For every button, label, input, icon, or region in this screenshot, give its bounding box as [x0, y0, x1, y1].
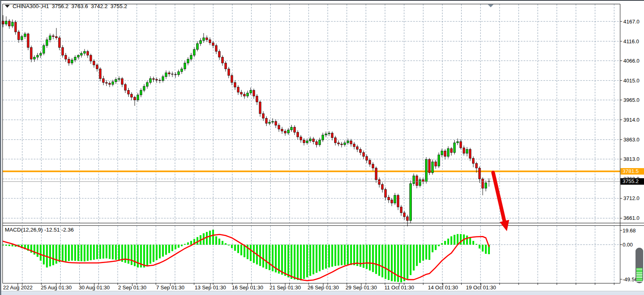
bear-candle [369, 160, 371, 164]
bear-candle [52, 36, 54, 37]
macd-histogram-bar [435, 245, 436, 250]
resistance-price-tag: 3781.5 [621, 168, 644, 175]
bull-candle [143, 86, 145, 91]
macd-histogram-bar [344, 245, 345, 265]
macd-histogram-bar [469, 238, 471, 245]
bear-candle [256, 96, 258, 102]
bull-candle [413, 176, 415, 183]
bull-candle [193, 49, 195, 55]
macd-histogram-bar [447, 238, 449, 244]
macd-histogram-bar [77, 245, 79, 261]
ohlc-header: CHINA300-,H1 3756.2 3763.6 3742.2 3755.2 [5, 3, 127, 9]
macd-histogram-bar [115, 245, 117, 260]
macd-histogram-bar [375, 245, 377, 274]
macd-histogram-bar [8, 245, 10, 246]
macd-histogram-bar [466, 236, 468, 245]
bull-candle [21, 37, 23, 40]
macd-histogram-bar [482, 245, 483, 252]
macd-histogram-bar [294, 245, 295, 280]
price-axis-label: 4167.0 [623, 19, 640, 25]
macd-histogram-bar [472, 241, 474, 244]
bear-candle [168, 73, 170, 74]
macd-histogram-bar [263, 245, 264, 268]
macd-histogram-bar [146, 245, 148, 266]
symbol-dropdown-icon[interactable] [5, 5, 10, 8]
macd-histogram-bar [347, 245, 349, 265]
macd-histogram-bar [378, 245, 380, 276]
bear-candle [294, 127, 296, 133]
bear-candle [55, 37, 57, 38]
price-axis-label: 3965.0 [623, 97, 640, 103]
macd-histogram-bar [416, 245, 417, 266]
bull-candle [11, 22, 13, 26]
bear-candle [127, 90, 129, 94]
bear-candle [463, 148, 465, 153]
bear-candle [234, 82, 236, 87]
bear-candle [15, 22, 17, 32]
bear-candle [397, 195, 399, 207]
macd-axis-label: 19.68 [623, 228, 636, 234]
bull-candle [319, 140, 321, 145]
bear-candle [356, 147, 358, 150]
symbol-timeframe-label: CHINA300-,H1 [13, 3, 49, 9]
bear-candle [435, 162, 437, 166]
macd-histogram-bar [265, 245, 267, 269]
macd-histogram-bar [451, 236, 452, 245]
macd-histogram-bar [37, 245, 38, 257]
bear-candle [460, 141, 462, 148]
price-axis-label: 3712.0 [623, 195, 640, 201]
bear-candle [341, 144, 343, 145]
macd-histogram-bar [272, 245, 273, 272]
low-value: 3742.2 [91, 3, 108, 9]
time-axis-label: 14 Oct 01:30 [428, 284, 458, 291]
macd-histogram-bar [49, 245, 51, 267]
bear-candle [159, 80, 161, 80]
macd-indicator-header: MACD(12,26,9) -12.51 -2.36 [5, 227, 74, 233]
macd-histogram-bar [316, 245, 317, 273]
macd-histogram-bar [319, 245, 320, 272]
bear-candle [450, 149, 452, 153]
bull-candle [306, 141, 308, 143]
time-axis-label: 7 Sep 01:30 [156, 284, 184, 291]
bear-candle [385, 190, 387, 197]
macd-histogram-bar [328, 245, 330, 268]
macd-histogram-bar [306, 245, 308, 278]
macd-histogram-bar [407, 245, 408, 279]
macd-histogram-bar [284, 245, 286, 276]
bear-candle [275, 121, 277, 125]
chart-canvas[interactable]: 4167.04116.04066.04015.03965.03914.03863… [1, 1, 644, 295]
bull-candle [36, 55, 38, 57]
macd-histogram-bar [413, 245, 415, 271]
bear-candle [400, 207, 402, 213]
bull-candle [432, 162, 434, 173]
scrollbar-grip[interactable] [636, 248, 643, 267]
time-axis-label: 30 Aug 01:30 [79, 284, 110, 291]
bull-candle [438, 155, 440, 166]
macd-histogram-bar [228, 245, 229, 246]
price-axis-label: 4015.0 [623, 78, 640, 84]
scrollbar-thumb[interactable] [636, 248, 643, 283]
bear-candle [215, 46, 217, 51]
macd-histogram-bar [218, 238, 220, 244]
bull-candle [118, 78, 120, 79]
bear-candle [172, 74, 174, 74]
macd-histogram-bar [457, 234, 458, 244]
bear-candle [156, 79, 158, 80]
bear-candle [240, 92, 242, 94]
bear-candle [381, 184, 383, 190]
macd-histogram-bar [281, 245, 283, 275]
bear-candle [87, 51, 89, 55]
macd-histogram-bar [341, 245, 342, 266]
macd-histogram-bar [366, 245, 367, 269]
chart-shift-marker-icon[interactable] [488, 4, 494, 7]
high-value: 3763.6 [71, 3, 88, 9]
macd-histogram-bar [410, 245, 411, 275]
macd-histogram-bar [90, 245, 91, 261]
bull-candle [5, 21, 7, 24]
bear-candle [479, 168, 481, 179]
time-axis-label: 25 Aug 01:30 [41, 284, 72, 291]
macd-histogram-bar [403, 245, 405, 281]
macd-histogram-bar [237, 245, 239, 253]
macd-histogram-bar [353, 245, 355, 266]
time-axis-label: 26 Sep 01:30 [307, 284, 339, 291]
